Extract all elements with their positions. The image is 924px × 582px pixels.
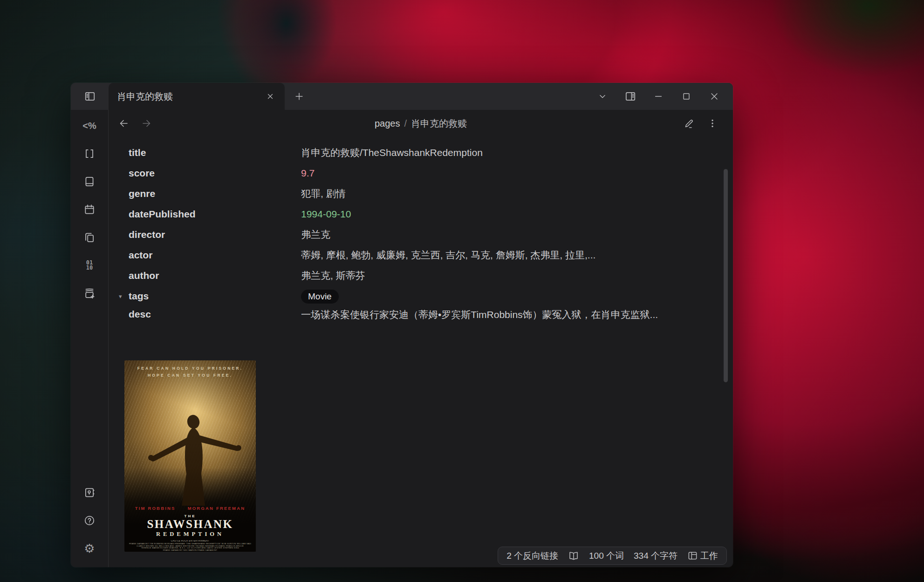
attr-row-score: score 9.7 bbox=[109, 163, 710, 183]
safe-icon bbox=[83, 487, 96, 499]
poster-title: SHAWSHANK bbox=[124, 518, 256, 531]
attr-value[interactable]: 肖申克的救赎/TheShawshankRedemption bbox=[301, 144, 679, 161]
attr-row-director: director 弗兰克 bbox=[109, 224, 710, 245]
open-book-icon bbox=[568, 550, 579, 562]
dock-item-help[interactable] bbox=[81, 512, 98, 529]
maximize-icon bbox=[681, 91, 691, 102]
tab-title: 肖申克的救赎 bbox=[117, 90, 262, 103]
attr-value[interactable]: 一场谋杀案使银行家安迪（蒂姆•罗宾斯TimRobbins饰）蒙冤入狱，在肖申克监… bbox=[301, 306, 679, 323]
attr-value[interactable]: 弗兰克, 斯蒂芬 bbox=[301, 267, 679, 284]
workspace-icon bbox=[687, 550, 698, 561]
breadcrumb-current[interactable]: 肖申克的救赎 bbox=[411, 117, 467, 130]
dock-item-binary[interactable]: 01 10 bbox=[81, 257, 98, 274]
gear-icon: ⚙ bbox=[84, 542, 95, 555]
dock-top-group: <% bbox=[81, 117, 98, 302]
close-icon bbox=[709, 91, 719, 102]
window-close-button[interactable] bbox=[700, 83, 728, 110]
attr-row-title: title 肖申克的救赎/TheShawshankRedemption bbox=[109, 142, 710, 163]
kebab-menu-icon bbox=[707, 118, 718, 129]
dock-item-templates[interactable]: <% bbox=[81, 117, 98, 134]
book-icon bbox=[83, 176, 96, 188]
close-icon bbox=[266, 92, 274, 101]
app-window: 肖申克的救赎 bbox=[71, 83, 733, 567]
left-dock: <% bbox=[71, 110, 109, 567]
attr-row-actor: actor 蒂姆, 摩根, 鲍勃, 威廉姆, 克兰西, 吉尔, 马克, 詹姆斯,… bbox=[109, 245, 710, 265]
tab-close-button[interactable] bbox=[262, 88, 278, 104]
panel-left-icon bbox=[84, 90, 96, 102]
document-content: pages / 肖申克的救赎 title 肖申克的救赎/TheShawshank… bbox=[109, 110, 733, 567]
dock-item-calendar[interactable] bbox=[81, 201, 98, 218]
backlinks-count[interactable]: 2 个反向链接 bbox=[506, 550, 558, 562]
breadcrumb-parent[interactable]: pages bbox=[375, 118, 400, 129]
dock-bottom-group: ⚙ bbox=[81, 484, 98, 557]
template-icon: <% bbox=[82, 121, 96, 131]
dock-item-add-card[interactable] bbox=[81, 285, 98, 302]
attr-row-author: author 弗兰克, 斯蒂芬 bbox=[109, 265, 710, 286]
attr-value[interactable]: 蒂姆, 摩根, 鲍勃, 威廉姆, 克兰西, 吉尔, 马克, 詹姆斯, 杰弗里, … bbox=[301, 247, 679, 264]
nav-forward-button[interactable] bbox=[138, 115, 154, 131]
edit-mode-button[interactable] bbox=[681, 115, 698, 132]
attr-label[interactable]: genre bbox=[109, 188, 301, 199]
attr-label[interactable]: datePublished bbox=[109, 209, 301, 220]
attr-label[interactable]: author bbox=[109, 270, 301, 281]
help-icon bbox=[83, 514, 96, 527]
nav-back-button[interactable] bbox=[116, 115, 132, 131]
attr-label[interactable]: actor bbox=[109, 250, 301, 261]
window-controls bbox=[589, 83, 733, 110]
attr-row-genre: genre 犯罪, 剧情 bbox=[109, 183, 710, 204]
maximize-button[interactable] bbox=[672, 83, 700, 110]
attr-label[interactable]: ▾ tags bbox=[109, 291, 301, 302]
minimize-icon bbox=[653, 91, 664, 102]
workspace-name: 工作 bbox=[700, 550, 718, 562]
scrollbar-thumb[interactable] bbox=[724, 169, 728, 382]
toggle-left-panel-button[interactable] bbox=[71, 83, 109, 110]
arrow-right-icon bbox=[141, 118, 152, 129]
dock-item-copies[interactable] bbox=[81, 229, 98, 246]
arrow-left-icon bbox=[118, 118, 130, 129]
brackets-icon bbox=[83, 148, 96, 160]
poster-tagline: FEAR CAN HOLD YOU PRISONER. bbox=[124, 366, 256, 371]
toggle-right-panel-button[interactable] bbox=[616, 83, 644, 110]
dock-item-safe[interactable] bbox=[81, 484, 98, 501]
dock-item-settings[interactable]: ⚙ bbox=[81, 540, 98, 557]
breadcrumb-separator: / bbox=[404, 118, 407, 129]
minimize-button[interactable] bbox=[644, 83, 672, 110]
attr-value[interactable]: 1994-09-10 bbox=[301, 206, 679, 223]
card-add-icon bbox=[83, 287, 96, 299]
attr-value: Movie bbox=[301, 288, 679, 305]
poster-credits: CASTLE ROCK ENTERTAINMENT FRANK DARABONT… bbox=[129, 540, 251, 552]
reading-mode-button[interactable] bbox=[568, 550, 579, 562]
attr-label[interactable]: title bbox=[109, 147, 301, 158]
calendar-icon bbox=[83, 203, 96, 216]
copy-icon bbox=[83, 231, 96, 244]
chevron-down-icon bbox=[597, 91, 608, 102]
more-options-button[interactable] bbox=[704, 115, 721, 132]
poster-subtitle: REDEMPTION bbox=[124, 531, 256, 538]
plus-icon bbox=[294, 91, 304, 102]
attr-label[interactable]: score bbox=[109, 168, 301, 179]
status-bar: 2 个反向链接 100 个词 334 个字符 工作 bbox=[498, 547, 727, 565]
attr-label[interactable]: director bbox=[109, 229, 301, 240]
tab-shawshank[interactable]: 肖申克的救赎 bbox=[109, 83, 285, 110]
char-count: 334 个字符 bbox=[634, 550, 678, 562]
attribute-table: title 肖申克的救赎/TheShawshankRedemption scor… bbox=[109, 142, 710, 327]
tag-chip-movie[interactable]: Movie bbox=[301, 290, 339, 304]
workspace-switcher[interactable]: 工作 bbox=[687, 550, 718, 562]
new-tab-button[interactable] bbox=[288, 83, 310, 110]
pencil-icon bbox=[684, 118, 695, 129]
attr-value[interactable]: 弗兰克 bbox=[301, 226, 679, 243]
binary-icon: 01 10 bbox=[86, 260, 93, 271]
attr-value[interactable]: 犯罪, 剧情 bbox=[301, 185, 679, 202]
attr-row-datepublished: datePublished 1994-09-10 bbox=[109, 204, 710, 224]
dock-item-brackets[interactable] bbox=[81, 145, 98, 162]
panel-right-icon bbox=[624, 90, 637, 102]
attr-label[interactable]: desc bbox=[109, 306, 301, 320]
dock-item-book[interactable] bbox=[81, 173, 98, 190]
window-menu-button[interactable] bbox=[589, 83, 616, 110]
attr-row-desc: desc 一场谋杀案使银行家安迪（蒂姆•罗宾斯TimRobbins饰）蒙冤入狱，… bbox=[109, 306, 710, 327]
attr-value[interactable]: 9.7 bbox=[301, 165, 679, 182]
movie-poster-image[interactable]: FEAR CAN HOLD YOU PRISONER. HOPE CAN SET… bbox=[124, 360, 256, 552]
word-count: 100 个词 bbox=[589, 550, 624, 562]
collapse-caret-icon[interactable]: ▾ bbox=[119, 293, 125, 300]
poster-actor-names: TIM ROBBINSMORGAN FREEMAN bbox=[124, 506, 256, 511]
